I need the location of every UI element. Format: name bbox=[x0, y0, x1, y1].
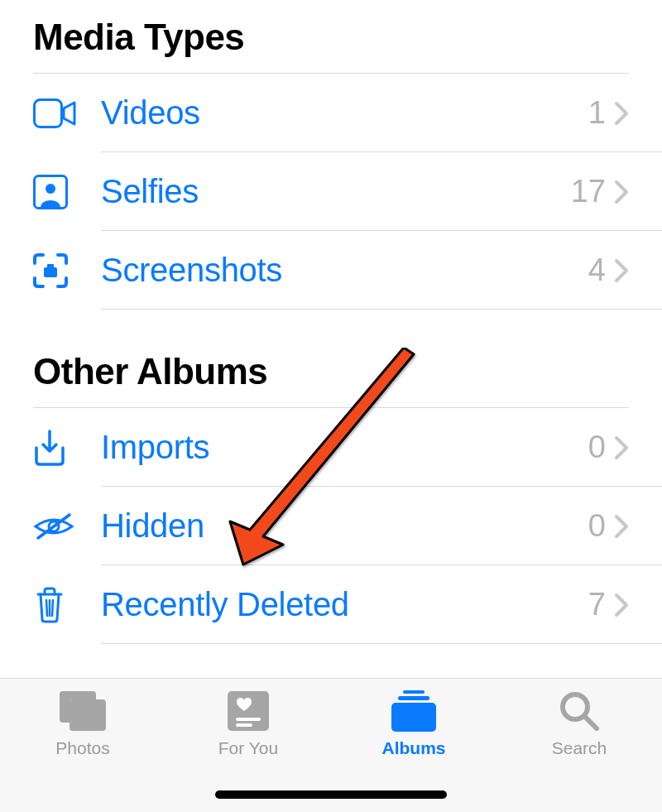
row-selfies[interactable]: Selfies 17 bbox=[33, 152, 629, 231]
screenshots-icon bbox=[33, 253, 101, 288]
tab-photos[interactable]: Photos bbox=[0, 690, 166, 812]
row-label: Imports bbox=[101, 429, 588, 466]
chevron-right-icon bbox=[614, 514, 629, 539]
row-count: 17 bbox=[571, 174, 606, 209]
svg-rect-4 bbox=[47, 264, 54, 268]
video-icon bbox=[33, 98, 101, 128]
row-count: 1 bbox=[588, 95, 606, 131]
row-label: Selfies bbox=[101, 173, 571, 210]
section-title: Other Albums bbox=[33, 351, 629, 392]
tab-label: For You bbox=[218, 738, 278, 758]
row-screenshots[interactable]: Screenshots 4 bbox=[33, 231, 629, 310]
svg-rect-17 bbox=[398, 696, 429, 700]
chevron-right-icon bbox=[614, 258, 629, 283]
section-media-types: Media Types Videos 1 bbox=[33, 17, 629, 310]
svg-point-2 bbox=[46, 184, 55, 194]
tab-label: Albums bbox=[381, 738, 445, 758]
tab-search[interactable]: Search bbox=[496, 690, 662, 812]
albums-tab-icon bbox=[391, 690, 436, 732]
hidden-icon bbox=[33, 512, 101, 541]
row-imports[interactable]: Imports 0 bbox=[33, 408, 629, 487]
svg-line-9 bbox=[52, 600, 53, 616]
row-videos[interactable]: Videos 1 bbox=[33, 74, 629, 152]
chevron-right-icon bbox=[614, 593, 629, 617]
row-label: Screenshots bbox=[101, 252, 588, 289]
svg-rect-0 bbox=[35, 99, 62, 127]
foryou-tab-icon bbox=[228, 690, 269, 732]
row-count: 0 bbox=[588, 430, 606, 465]
svg-rect-12 bbox=[70, 699, 106, 731]
section-other-albums: Other Albums Imports 0 bbox=[33, 351, 629, 644]
section-title: Media Types bbox=[33, 17, 629, 58]
row-recently-deleted[interactable]: Recently Deleted 7 bbox=[33, 565, 629, 644]
svg-line-7 bbox=[46, 600, 47, 616]
row-count: 4 bbox=[588, 252, 606, 288]
svg-line-20 bbox=[585, 717, 597, 728]
selfies-icon bbox=[33, 175, 101, 209]
tab-label: Photos bbox=[55, 738, 109, 758]
row-label: Recently Deleted bbox=[101, 586, 588, 623]
row-hidden[interactable]: Hidden 0 bbox=[33, 487, 629, 565]
photos-tab-icon bbox=[60, 690, 106, 732]
imports-icon bbox=[33, 430, 101, 466]
search-tab-icon bbox=[559, 690, 600, 732]
chevron-right-icon bbox=[614, 101, 629, 126]
svg-rect-15 bbox=[236, 723, 252, 727]
svg-rect-16 bbox=[403, 690, 425, 694]
row-label: Hidden bbox=[101, 507, 588, 545]
trash-icon bbox=[33, 586, 101, 624]
home-indicator[interactable] bbox=[215, 790, 447, 799]
svg-line-6 bbox=[38, 515, 70, 538]
svg-rect-3 bbox=[44, 267, 57, 277]
chevron-right-icon bbox=[614, 435, 629, 460]
row-count: 7 bbox=[588, 587, 606, 622]
chevron-right-icon bbox=[614, 180, 629, 204]
svg-rect-18 bbox=[391, 703, 436, 732]
row-count: 0 bbox=[588, 508, 606, 544]
tab-label: Search bbox=[552, 738, 607, 758]
svg-rect-14 bbox=[236, 718, 261, 721]
row-label: Videos bbox=[101, 94, 588, 132]
